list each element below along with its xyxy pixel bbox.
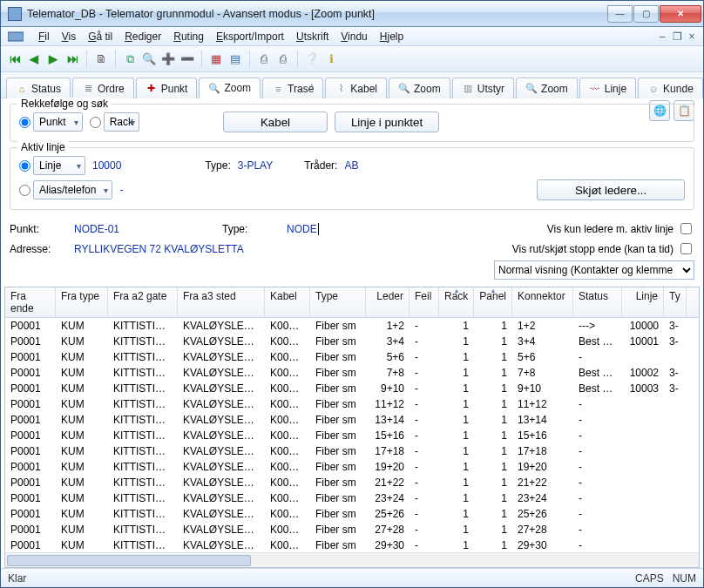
nav-first-icon[interactable]: ⏮ [6,51,24,68]
line-icon: 〰 [589,83,601,95]
col-header[interactable]: Fra a3 sted [178,287,265,317]
menu-hjelp[interactable]: Hjelp [374,29,410,44]
cell: 13+14 [512,412,573,428]
cell: - [573,490,622,506]
nav-last-icon[interactable]: ⏭ [64,51,81,68]
cell: KVALØYSLETTA [178,459,265,475]
table-row[interactable]: P0001KUMKITTISTIEN 3KVALØYSLETTAK00001Fi… [5,459,699,475]
cell: K00001 [265,318,310,334]
menu-vis[interactable]: Vis [56,29,82,44]
col-header[interactable]: Leder [366,287,410,317]
table-row[interactable]: P0001KUMKITTISTIEN 3KVALØYSLETTAK00001Fi… [5,506,699,522]
table-row[interactable]: P0001KUMKITTISTIEN 3KVALØYSLETTAK00001Fi… [5,318,699,334]
horizontal-scrollbar[interactable] [5,552,699,567]
nav-next-icon[interactable]: ▶ [44,51,62,68]
col-header[interactable]: Fra type [56,287,108,317]
col-header[interactable]: Status [573,287,622,317]
tab-zoom[interactable]: 🔍Zoom [389,78,450,98]
grid-body[interactable]: P0001KUMKITTISTIEN 3KVALØYSLETTAK00001Fi… [5,318,699,552]
col-header[interactable]: Fra ende [5,287,56,317]
tb-tool1-icon[interactable]: ▦ [207,51,225,68]
mdi-close-icon[interactable]: × [686,30,698,43]
col-header[interactable]: Ty [664,287,687,317]
close-button[interactable]: ✕ [660,5,701,23]
table-row[interactable]: P0001KUMKITTISTIEN 3KVALØYSLETTAK00001Fi… [5,334,699,349]
tb-copy-icon[interactable]: ⧉ [121,51,139,68]
menu-utskrift[interactable]: Utskrift [290,29,335,44]
mdi-restore-icon[interactable]: ❐ [671,30,683,43]
table-row[interactable]: P0001KUMKITTISTIEN 3KVALØYSLETTAK00001Fi… [5,428,699,443]
tb-zoomin-icon[interactable]: ➕ [159,51,177,68]
cell [622,396,664,412]
maximize-button[interactable]: ▢ [633,5,659,23]
tab-linje[interactable]: 〰Linje [579,78,636,98]
menu-gtil[interactable]: Gå til [82,29,118,44]
tb-printall-icon[interactable]: ⎙ [274,51,292,68]
cell: KVALØYSLETTA [178,490,265,506]
tab-zoom[interactable]: 🔍Zoom [199,78,261,98]
tb-whatsthis-icon[interactable]: ℹ [322,51,340,68]
tb-doc-icon[interactable]: 🗎 [92,51,110,68]
cell: K00001 [265,381,310,396]
menu-eksportimport[interactable]: Eksport/Import [210,29,290,44]
tb-help-icon[interactable]: ❔ [303,51,321,68]
table-row[interactable]: P0001KUMKITTISTIEN 3KVALØYSLETTAK00001Fi… [5,537,699,552]
tab-ordre[interactable]: ≣Ordre [72,78,134,98]
cell: P0001 [5,490,56,506]
view-select[interactable]: Normal visning (Kontakter og klemme [494,260,694,280]
punkt-radio[interactable]: Punkt [19,112,83,132]
trader-label: Tråder: [304,159,337,172]
tb-print-icon[interactable]: ⎙ [255,51,273,68]
tb-find-icon[interactable]: 🔍 [140,51,158,68]
cell: KITTISTIEN 3 [108,365,178,381]
tb-tool2-icon[interactable]: ▤ [227,51,244,68]
skjot-ledere-button[interactable]: Skjøt ledere... [537,179,685,200]
cell: Fiber sm [310,475,366,490]
alias-radio[interactable]: Alias/telefon [19,180,112,199]
table-row[interactable]: P0001KUMKITTISTIEN 3KVALØYSLETTAK00001Fi… [5,490,699,506]
tab-kabel[interactable]: ⌇Kabel [325,78,387,98]
cell: 1 [439,490,474,506]
cell: KVALØYSLETTA [178,412,265,428]
tab-tras[interactable]: ≡Trasé [262,78,323,98]
chk-rut-skjot[interactable]: Vis rut/skjøt stopp ende (kan ta tid) [512,240,694,257]
linje-radio[interactable]: Linje [19,156,85,175]
rack-radio[interactable]: Rack [90,112,139,132]
nav-prev-icon[interactable]: ◀ [25,51,43,68]
table-row[interactable]: P0001KUMKITTISTIEN 3KVALØYSLETTAK00001Fi… [5,443,699,459]
cell: P0001 [5,522,56,537]
col-header[interactable]: Kabel [265,287,310,317]
col-header[interactable]: Linje [622,287,664,317]
col-header[interactable]: Fra a2 gate [108,287,178,317]
menu-vindu[interactable]: Vindu [335,29,373,44]
chk-aktiv-linje[interactable]: Vis kun ledere m. aktiv linje [547,220,694,237]
col-header[interactable]: Feil [410,287,439,317]
table-row[interactable]: P0001KUMKITTISTIEN 3KVALØYSLETTAK00001Fi… [5,381,699,396]
menu-rediger[interactable]: Rediger [118,29,167,44]
cell: 11+12 [512,396,573,412]
col-header[interactable]: Konnektor [512,287,573,317]
col-header[interactable]: Panel [474,287,512,317]
tab-punkt[interactable]: ✚Punkt [136,78,198,98]
tab-status[interactable]: ⌂Status [6,78,71,98]
minimize-button[interactable]: — [607,5,633,23]
table-row[interactable]: P0001KUMKITTISTIEN 3KVALØYSLETTAK00001Fi… [5,412,699,428]
table-row[interactable]: P0001KUMKITTISTIEN 3KVALØYSLETTAK00001Fi… [5,522,699,537]
col-header[interactable]: Rack [439,287,474,317]
col-header[interactable]: Type [310,287,366,317]
tb-zoomout-icon[interactable]: ➖ [179,51,196,68]
table-row[interactable]: P0001KUMKITTISTIEN 3KVALØYSLETTAK00001Fi… [5,475,699,490]
tab-zoom[interactable]: 🔍Zoom [516,78,578,98]
table-row[interactable]: P0001KUMKITTISTIEN 3KVALØYSLETTAK00001Fi… [5,349,699,365]
linje-i-punktet-button[interactable]: Linje i punktet [335,112,439,132]
menu-fil[interactable]: Fil [32,29,56,44]
kabel-button[interactable]: Kabel [223,112,328,132]
menu-ruting[interactable]: Ruting [167,29,210,44]
table-row[interactable]: P0001KUMKITTISTIEN 3KVALØYSLETTAK00001Fi… [5,365,699,381]
table-row[interactable]: P0001KUMKITTISTIEN 3KVALØYSLETTAK00001Fi… [5,396,699,412]
cell: 1 [474,522,512,537]
mdi-minimize-icon[interactable]: – [656,30,668,43]
tab-utstyr[interactable]: ▥Utstyr [452,78,514,98]
cell: KUM [56,490,108,506]
tab-kunde[interactable]: ☺Kunde [638,78,703,98]
